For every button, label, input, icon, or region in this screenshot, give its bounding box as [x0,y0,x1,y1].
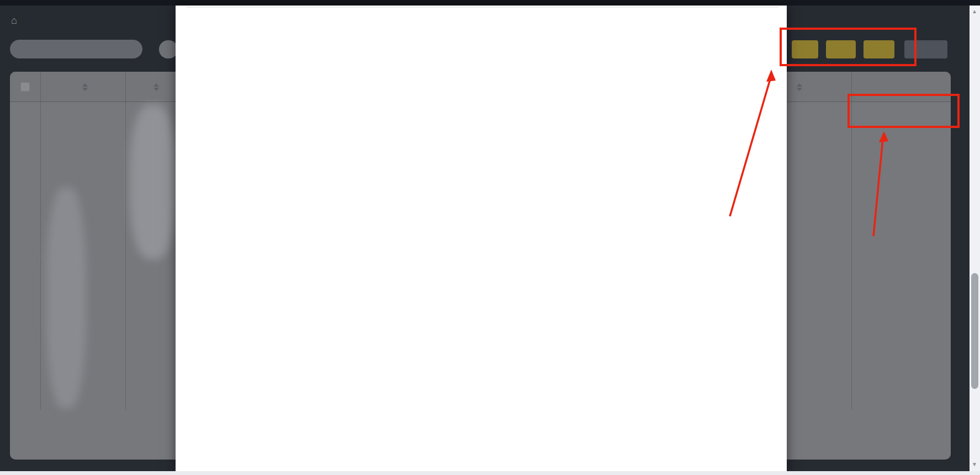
import-button[interactable] [826,40,856,58]
home-icon: ⌂ [11,15,17,25]
export-button[interactable] [864,40,894,58]
column-header-gender[interactable] [125,72,183,102]
column-divider [40,72,41,410]
select-all-cell[interactable] [10,72,40,102]
select-all-checkbox[interactable] [20,82,30,92]
partially-hidden-control[interactable] [159,40,178,58]
column-header-actions [851,72,951,102]
sort-icon[interactable] [797,83,802,91]
scrollbar-thumb[interactable] [971,273,978,389]
column-divider [851,72,852,410]
employee-form [187,7,778,8]
column-divider [125,72,126,410]
batch-delete-button[interactable] [904,40,947,58]
horizontal-scrollbar[interactable] [0,471,980,475]
sort-icon[interactable] [82,83,88,91]
scrollbar-down-icon[interactable]: ▼ [972,461,977,467]
scrollbar-up-icon[interactable]: ▲ [972,8,977,14]
sort-icon[interactable] [153,83,159,91]
employee-management-screen: ⌂ [0,0,980,475]
browser-scrollbar[interactable]: ▲ ▼ [970,6,980,471]
top-window-strip [0,0,980,6]
column-header-ic-card[interactable] [793,72,802,102]
employee-form-modal [176,6,787,475]
add-button[interactable] [792,40,818,58]
breadcrumb: ⌂ [11,15,25,25]
column-header-name[interactable] [40,72,125,102]
search-input[interactable] [10,40,142,58]
